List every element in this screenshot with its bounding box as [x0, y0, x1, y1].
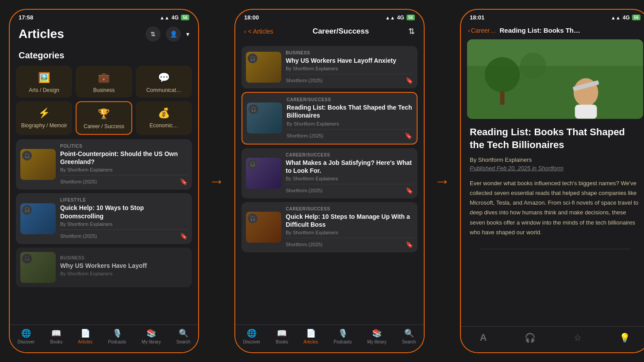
article-author-detail: By Shortform Explainers [470, 156, 640, 163]
headphones-icon[interactable]: 🎧 [525, 332, 536, 343]
article-content: BUSINESS Why US Workers Have Layoff Anxi… [286, 50, 413, 84]
nav-books[interactable]: 📖 Books [276, 328, 288, 344]
back-chevron-icon-3: ‹ [468, 27, 470, 34]
article-source: Shortform (2025) [60, 233, 97, 239]
career-header: ‹ < Articles Career/Success ⇅ [235, 23, 424, 42]
category-economics[interactable]: 💰 Economic… [136, 101, 192, 135]
books-label: Books [276, 339, 288, 344]
network-3: 4G [623, 15, 630, 21]
article-thumb: 🎧 [20, 252, 56, 283]
article-footer: Shortform (2025) 🔖 [286, 184, 413, 194]
article-thumb: 🎧 [247, 103, 282, 133]
profile-button[interactable]: 👤 [166, 27, 181, 42]
article-content: BUSINESS Why US Workers Have Layoff By S… [60, 255, 188, 279]
category-communications[interactable]: 💬 Communicat… [136, 66, 192, 98]
lightbulb-icon[interactable]: 💡 [619, 332, 630, 343]
article-item[interactable]: 🎧 LIFESTYLE Quick Help: 10 Ways to Stop … [16, 193, 192, 244]
time-2: 18:00 [244, 14, 259, 21]
article-thumb: 🎧 [20, 203, 56, 234]
back-to-career[interactable]: ‹ Career… [468, 27, 496, 34]
star-icon[interactable]: ☆ [574, 332, 582, 343]
article-title: Quick Help: 10 Ways to Stop Doomscrollin… [60, 204, 188, 220]
article-title: Why US Workers Have Layoff Anxiety [286, 57, 413, 65]
headphone-icon: 🎧 [248, 53, 257, 63]
nav-podcasts[interactable]: 🎙️ Podcasts [108, 328, 126, 344]
time-3: 18:01 [470, 14, 484, 21]
back-label: < Articles [248, 28, 273, 35]
communications-label: Communicat… [146, 87, 181, 93]
category-arts[interactable]: 🖼️ Arts / Design [16, 66, 72, 98]
nav-books[interactable]: 📖 Books [50, 328, 62, 344]
library-label: My library [142, 339, 161, 344]
bookmark-icon[interactable]: 🔖 [406, 241, 413, 248]
communications-icon: 💬 [158, 72, 170, 84]
phone-3: 18:01 ▲▲ 4G 56 ‹ Career… Reading List: B… [460, 9, 644, 353]
nav-articles[interactable]: 📄 Articles [78, 328, 92, 344]
back-chevron-icon: ‹ [244, 28, 246, 35]
font-size-icon[interactable]: A [480, 332, 487, 343]
nav-search-1[interactable]: 🔍 Search [176, 328, 191, 344]
back-to-articles[interactable]: ‹ < Articles [244, 28, 273, 35]
article-category: CAREER/SUCCESS [286, 152, 413, 157]
article-content: CAREER/SUCCESS Reading List: Books That … [287, 97, 412, 139]
header-actions: ⇅ 👤 ▾ [146, 27, 189, 42]
article-thumb: 🎧 [246, 158, 281, 189]
discover-label: Discover [243, 339, 261, 344]
nav-podcasts[interactable]: 🎙️ Podcasts [334, 328, 352, 344]
article-author: By Shortform Explainers [286, 230, 413, 235]
article-item[interactable]: 🎧 BUSINESS Why US Workers Have Layoff An… [242, 46, 418, 88]
article-author: By Shortform Explainers [60, 221, 188, 227]
published-source[interactable]: Shortform [538, 165, 564, 171]
article-item[interactable]: 🎧 CAREER/SUCCESS Quick Help: 10 Steps to… [242, 202, 418, 252]
article-category: BUSINESS [60, 255, 188, 260]
article-source: Shortform (2025) [286, 78, 322, 83]
article-category: BUSINESS [286, 50, 413, 55]
podcasts-label: Podcasts [334, 339, 352, 344]
category-career[interactable]: 🏆 Career / Success [76, 101, 132, 135]
article-category: CAREER/SUCCESS [286, 206, 413, 211]
svg-point-6 [520, 53, 546, 79]
nav-library[interactable]: 📚 My library [367, 328, 386, 344]
nav-library[interactable]: 📚 My library [142, 328, 161, 344]
article-thumb: 🎧 [20, 149, 56, 180]
sort-icon-2[interactable]: ⇅ [408, 27, 415, 36]
article-detail-title: Reading List: Books Th… [499, 27, 642, 34]
nav-discover[interactable]: 🌐 Discover [243, 328, 261, 344]
bookmark-icon[interactable]: 🔖 [180, 178, 188, 185]
search-icon: 🔍 [179, 328, 188, 338]
nav-articles[interactable]: 📄 Articles [303, 328, 318, 344]
article-footer: Shortform (2025) 🔖 [60, 229, 188, 240]
podcasts-label: Podcasts [108, 339, 126, 344]
podcasts-icon: 🎙️ [338, 328, 348, 338]
article-item[interactable]: 🎧 POLITICS Point-Counterpoint: Should th… [16, 139, 192, 190]
bookmark-icon[interactable]: 🔖 [405, 132, 412, 139]
signal-1: ▲▲ [160, 15, 169, 20]
books-label: Books [50, 339, 62, 344]
article-author: By Shortform Explainers [287, 121, 412, 126]
books-icon: 📖 [277, 328, 287, 338]
article-item-highlighted[interactable]: 🎧 CAREER/SUCCESS Reading List: Books Tha… [242, 92, 418, 144]
article-author: By Shortform Explainers [60, 167, 188, 172]
network-1: 4G [172, 15, 179, 21]
back-label-3: Career… [471, 27, 496, 34]
signal-2: ▲▲ [385, 15, 395, 20]
bookmark-icon[interactable]: 🔖 [406, 77, 413, 84]
search-label: Search [176, 339, 191, 344]
status-bar-3: 18:01 ▲▲ 4G 56 [461, 10, 644, 23]
nav-discover[interactable]: 🌐 Discover [18, 328, 35, 344]
category-biography[interactable]: ⚡ Biography / Memoir [16, 101, 72, 135]
bookmark-icon[interactable]: 🔖 [180, 232, 188, 240]
sort-button[interactable]: ⇅ [146, 27, 161, 42]
article-title: Point-Counterpoint: Should the US Own Gr… [60, 150, 188, 166]
article-list-2: 🎧 BUSINESS Why US Workers Have Layoff An… [235, 42, 424, 260]
category-business[interactable]: 💼 Business [76, 66, 132, 98]
article-item[interactable]: 🎧 CAREER/SUCCESS What Makes a Job Satisf… [242, 148, 418, 198]
divider [480, 249, 631, 249]
article-item[interactable]: 🎧 BUSINESS Why US Workers Have Layoff By… [16, 248, 192, 287]
battery-1: 56 [181, 15, 189, 20]
article-content: LIFESTYLE Quick Help: 10 Ways to Stop Do… [60, 198, 188, 239]
articles-icon: 📄 [80, 328, 90, 338]
arts-icon: 🖼️ [38, 72, 50, 84]
nav-search-2[interactable]: 🔍 Search [402, 328, 416, 344]
bookmark-icon[interactable]: 🔖 [406, 187, 413, 194]
